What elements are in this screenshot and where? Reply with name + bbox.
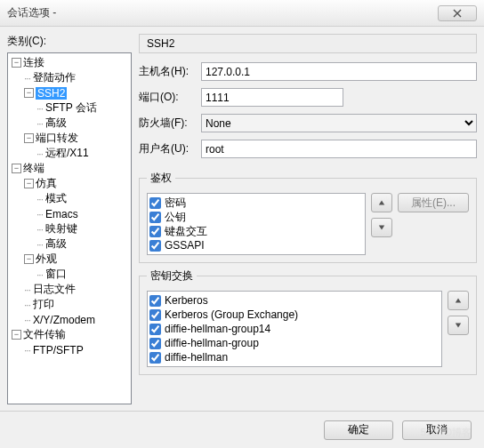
- username-input[interactable]: [201, 140, 477, 158]
- close-button[interactable]: [438, 5, 477, 21]
- list-item[interactable]: diffie-hellman-group14: [149, 322, 440, 336]
- list-item[interactable]: diffie-hellman-group: [149, 336, 440, 350]
- list-item[interactable]: GSSAPI: [149, 238, 363, 252]
- tree-expand-icon[interactable]: −: [12, 330, 21, 340]
- tree-leaf-icon: ···: [36, 268, 43, 281]
- port-row: 端口(O):: [139, 88, 477, 107]
- list-item[interactable]: Kerberos (Group Exchange): [149, 308, 440, 322]
- hostname-row: 主机名(H):: [139, 62, 477, 81]
- tree-expand-icon[interactable]: −: [24, 254, 34, 264]
- properties-button[interactable]: 属性(E)...: [398, 193, 469, 212]
- tree-item[interactable]: −文件传输: [12, 327, 127, 342]
- svg-marker-2: [379, 201, 384, 205]
- tree-leaf-icon: ···: [36, 148, 43, 160]
- left-pane: 类别(C): −连接···登陆动作−SSH2···SFTP 会话···高级−端口…: [7, 34, 132, 396]
- auth-listbox[interactable]: 密码公钥键盘交互GSSAPI: [147, 193, 366, 255]
- tree-leaf-icon: ···: [36, 102, 43, 115]
- triangle-down-icon: [455, 322, 462, 329]
- tree-item[interactable]: −连接: [12, 55, 127, 70]
- kex-move-down-button[interactable]: [448, 316, 469, 335]
- firewall-select[interactable]: None: [201, 114, 477, 132]
- tree-leaf-icon: ···: [24, 72, 30, 84]
- kex-move-up-button[interactable]: [448, 291, 469, 310]
- list-item-label: 键盘交互: [165, 224, 207, 239]
- tree-item[interactable]: ···高级: [12, 116, 127, 131]
- list-item[interactable]: 密码: [149, 196, 363, 210]
- tree-item-label: 高级: [45, 116, 67, 131]
- auth-legend: 鉴权: [147, 171, 175, 186]
- list-checkbox[interactable]: [149, 295, 161, 307]
- tree-item[interactable]: ···登陆动作: [12, 70, 127, 85]
- tree-item-label: FTP/SFTP: [33, 344, 84, 356]
- list-item[interactable]: 公钥: [149, 210, 363, 224]
- tree-item-label: 高级: [45, 236, 67, 252]
- tree-item-label: SSH2: [36, 87, 67, 100]
- tree-leaf-icon: ···: [36, 223, 43, 236]
- tree-item[interactable]: −仿真: [12, 176, 127, 191]
- category-tree[interactable]: −连接···登陆动作−SSH2···SFTP 会话···高级−端口转发···远程…: [7, 52, 132, 404]
- list-item-label: 密码: [165, 196, 186, 211]
- list-checkbox[interactable]: [149, 338, 161, 349]
- tree-item[interactable]: ···打印: [12, 297, 127, 312]
- tree-expand-icon[interactable]: −: [24, 133, 34, 143]
- auth-move-down-button[interactable]: [371, 218, 392, 237]
- tree-item[interactable]: −SSH2: [12, 85, 127, 100]
- list-item[interactable]: Kerberos: [149, 293, 440, 308]
- port-input[interactable]: [201, 88, 343, 107]
- list-item-label: diffie-hellman-group: [165, 337, 259, 349]
- list-checkbox[interactable]: [149, 197, 161, 209]
- tree-expand-icon[interactable]: −: [24, 179, 34, 188]
- list-checkbox[interactable]: [149, 212, 161, 223]
- kex-listbox[interactable]: KerberosKerberos (Group Exchange)diffie-…: [147, 291, 442, 367]
- tree-leaf-icon: ···: [24, 299, 30, 311]
- close-icon: [453, 9, 462, 18]
- list-checkbox[interactable]: [149, 309, 161, 321]
- tree-item-label: 日志文件: [33, 282, 76, 297]
- list-item-label: 公钥: [165, 210, 186, 225]
- tree-leaf-icon: ···: [36, 193, 43, 205]
- tree-item[interactable]: ···FTP/SFTP: [12, 342, 127, 357]
- tree-item[interactable]: ···远程/X11: [12, 146, 127, 161]
- list-checkbox[interactable]: [149, 352, 161, 364]
- tree-item[interactable]: ···SFTP 会话: [12, 100, 127, 116]
- tree-item[interactable]: ···高级: [12, 236, 127, 252]
- list-checkbox[interactable]: [149, 324, 161, 335]
- tree-item[interactable]: ···X/Y/Zmodem: [12, 312, 127, 327]
- tree-leaf-icon: ···: [36, 238, 43, 251]
- list-item-label: diffie-hellman: [165, 351, 228, 364]
- tree-item[interactable]: ···日志文件: [12, 282, 127, 297]
- list-item[interactable]: diffie-hellman: [149, 350, 440, 364]
- tree-item[interactable]: ···Emacs: [12, 206, 127, 221]
- kex-updown: [448, 291, 469, 335]
- list-checkbox[interactable]: [149, 240, 161, 252]
- tree-item[interactable]: ···映射键: [12, 221, 127, 236]
- tree-leaf-icon: ···: [24, 344, 30, 356]
- list-item-label: GSSAPI: [165, 239, 205, 252]
- tree-item[interactable]: −外观: [12, 252, 127, 267]
- right-pane: SSH2 主机名(H): 端口(O): 防火墙(F): None 用户名(U):…: [139, 34, 477, 396]
- ok-button[interactable]: 确定: [324, 420, 393, 440]
- tree-item[interactable]: ···窗口: [12, 267, 127, 282]
- list-item[interactable]: 键盘交互: [149, 224, 363, 238]
- triangle-up-icon: [455, 297, 462, 304]
- tree-item[interactable]: −终端: [12, 161, 127, 176]
- tree-item-label: 映射键: [45, 221, 77, 236]
- tree-item-label: SFTP 会话: [45, 100, 97, 116]
- tree-item[interactable]: ···模式: [12, 191, 127, 206]
- window-title: 会话选项 -: [7, 5, 438, 20]
- tree-expand-icon[interactable]: −: [12, 58, 21, 68]
- tree-item-label: 连接: [23, 55, 44, 70]
- kex-fieldset: 密钥交换 KerberosKerberos (Group Exchange)di…: [139, 268, 477, 375]
- tree-expand-icon[interactable]: −: [12, 164, 21, 173]
- category-label: 类别(C):: [7, 34, 132, 49]
- auth-fieldset: 鉴权 密码公钥键盘交互GSSAPI 属性(E)...: [139, 171, 477, 263]
- tree-item[interactable]: −端口转发: [12, 131, 127, 146]
- footer: 确定 取消: [0, 411, 484, 448]
- hostname-input[interactable]: [201, 62, 477, 81]
- tree-expand-icon[interactable]: −: [24, 88, 34, 98]
- cancel-button[interactable]: 取消: [402, 420, 472, 440]
- list-checkbox[interactable]: [149, 226, 161, 237]
- firewall-label: 防火墙(F):: [139, 116, 201, 131]
- tree-item-label: 窗口: [45, 267, 67, 282]
- auth-move-up-button[interactable]: [371, 193, 392, 212]
